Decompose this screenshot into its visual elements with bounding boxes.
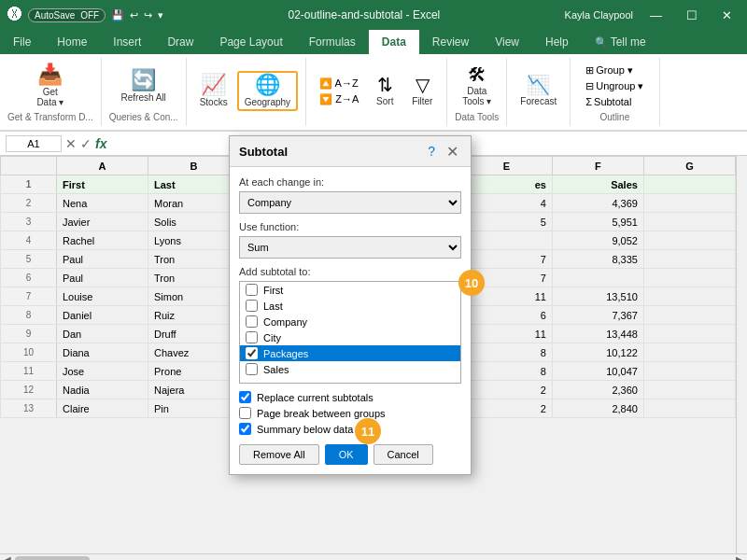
table-cell[interactable] [643,325,735,343]
tab-draw[interactable]: Draw [154,30,206,54]
table-cell[interactable]: 4 [460,194,552,213]
page-break-checkbox[interactable] [239,407,251,419]
formula-cancel-icon[interactable]: ✕ [65,136,77,151]
table-cell[interactable] [643,194,735,213]
col-header-f[interactable]: F [552,157,643,175]
table-cell[interactable]: Paul [57,250,148,269]
listbox-checkbox[interactable] [246,315,258,328]
table-cell[interactable] [643,306,735,325]
close-button[interactable]: ✕ [714,7,740,24]
col-header-a[interactable]: A [57,157,148,175]
table-cell[interactable]: Dan [57,325,148,343]
stocks-button[interactable]: 📈 Stocks [194,73,233,109]
table-cell[interactable]: Nena [57,194,148,213]
table-cell[interactable]: 7,367 [552,306,643,325]
table-cell[interactable] [643,213,735,231]
table-cell[interactable]: Paul [57,269,148,287]
replace-subtotals-checkbox[interactable] [239,391,251,403]
group-button[interactable]: ⊞ Group ▾ [582,63,647,77]
table-cell[interactable] [643,250,735,269]
subtotal-listbox[interactable]: FirstLastCompanyCityPackagesSales [239,281,461,384]
maximize-button[interactable]: ☐ [679,7,705,24]
save-icon[interactable]: 💾 [111,9,124,21]
ungroup-button[interactable]: ⊟ Ungroup ▾ [582,79,647,93]
listbox-item[interactable]: Packages [240,345,460,361]
vertical-scrollbar[interactable] [736,156,747,553]
refresh-all-button[interactable]: 🔄 Refresh All [115,68,171,105]
table-cell[interactable]: Jose [57,362,148,381]
table-cell[interactable]: 6 [460,306,552,325]
tab-insert[interactable]: Insert [100,30,154,54]
listbox-checkbox[interactable] [246,300,258,312]
table-cell[interactable]: 9,052 [552,231,643,250]
table-cell[interactable]: Ruiz [148,306,240,325]
table-cell[interactable]: 7 [460,269,552,287]
table-cell[interactable]: Sales [552,175,643,194]
ok-button[interactable]: OK [325,444,368,465]
table-cell[interactable] [643,175,735,194]
table-cell[interactable]: 13,448 [552,325,643,343]
get-data-button[interactable]: 📥 GetData ▾ [31,63,69,109]
listbox-item[interactable]: Company [240,314,460,329]
table-cell[interactable]: 8 [460,362,552,381]
tab-home[interactable]: Home [44,30,100,54]
table-cell[interactable]: 8 [460,343,552,362]
table-cell[interactable] [643,399,735,418]
data-tools-button[interactable]: 🛠 DataTools ▾ [457,63,497,108]
listbox-checkbox[interactable] [246,284,258,296]
table-cell[interactable] [643,343,735,362]
horizontal-scrollbar[interactable]: ◀ ▶ [0,553,747,560]
geography-button[interactable]: 🌐 Geography [237,71,298,111]
listbox-item[interactable]: Last [240,298,460,314]
table-cell[interactable]: Louise [57,287,148,306]
table-cell[interactable]: Claire [57,399,148,418]
table-cell[interactable] [460,231,552,250]
dialog-close-button[interactable]: ✕ [443,142,461,161]
tab-file[interactable]: File [0,30,44,54]
scroll-left-icon[interactable]: ◀ [0,554,15,560]
table-cell[interactable]: 2 [460,399,552,418]
table-cell[interactable]: Diana [57,343,148,362]
listbox-item[interactable]: Sales [240,361,460,377]
minimize-button[interactable]: — [642,7,669,24]
table-cell[interactable]: First [57,175,148,194]
table-cell[interactable]: Lyons [148,231,240,250]
table-cell[interactable]: 5,951 [552,213,643,231]
filter-button[interactable]: ▽ Filter [405,74,439,108]
table-cell[interactable]: Rachel [57,231,148,250]
listbox-checkbox[interactable] [246,363,258,375]
table-cell[interactable]: 11 [460,325,552,343]
undo-icon[interactable]: ↩ [130,9,138,21]
table-cell[interactable]: Solis [148,213,240,231]
table-cell[interactable]: Najera [148,381,240,399]
tab-formulas[interactable]: Formulas [296,30,369,54]
table-cell[interactable]: Simon [148,287,240,306]
cancel-button[interactable]: Cancel [374,444,433,465]
table-cell[interactable]: 7 [460,250,552,269]
redo-icon[interactable]: ↪ [144,9,152,21]
table-cell[interactable] [552,269,643,287]
table-cell[interactable]: 5 [460,213,552,231]
tab-data[interactable]: Data [369,30,419,54]
table-cell[interactable]: es [460,175,552,194]
table-cell[interactable]: Daniel [57,306,148,325]
listbox-checkbox[interactable] [246,331,258,343]
change-in-select[interactable]: Company [239,191,461,214]
table-cell[interactable]: 10,122 [552,343,643,362]
table-cell[interactable]: Prone [148,362,240,381]
table-cell[interactable] [643,269,735,287]
col-header-b[interactable]: B [148,157,240,175]
table-cell[interactable]: 8,335 [552,250,643,269]
table-cell[interactable] [643,231,735,250]
more-commands-icon[interactable]: ▾ [158,9,163,21]
subtotal-button[interactable]: Σ Subtotal [582,95,647,108]
tab-view[interactable]: View [482,30,532,54]
formula-confirm-icon[interactable]: ✓ [80,136,92,151]
listbox-item[interactable]: First [240,282,460,298]
table-cell[interactable]: Druff [148,325,240,343]
table-cell[interactable] [643,381,735,399]
table-cell[interactable]: 4,369 [552,194,643,213]
table-cell[interactable]: Tron [148,269,240,287]
summary-below-checkbox[interactable] [239,423,251,435]
fx-icon[interactable]: fx [95,136,106,151]
